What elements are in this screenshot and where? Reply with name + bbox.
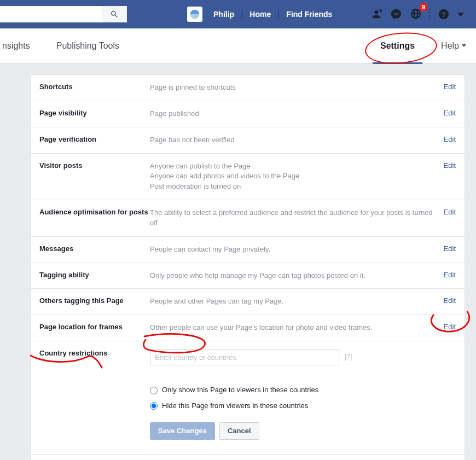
messenger-icon[interactable]: [390, 8, 402, 20]
radio-hide[interactable]: Hide this Page from viewers in these cou…: [150, 401, 449, 411]
search-input[interactable]: [0, 6, 102, 22]
search-wrap: [0, 6, 127, 22]
desc-verification: Page has not been verified: [150, 135, 444, 145]
page-avatar[interactable]: [187, 7, 202, 22]
radio-hide-input[interactable]: [150, 402, 158, 410]
row-tagging-ability: Tagging ability Only people who help man…: [31, 263, 465, 289]
country-input[interactable]: [150, 349, 339, 365]
country-restrictions-body: [?] Only show this Page to viewers in th…: [150, 349, 456, 443]
desc-location-frames: Other people can use your Page's locatio…: [150, 323, 444, 333]
account-dropdown-icon[interactable]: [457, 13, 464, 16]
divider: [429, 9, 430, 20]
friend-requests-icon[interactable]: [370, 8, 382, 20]
visitor-posts-line1: Anyone can publish to the Page: [150, 161, 437, 172]
row-page-verification: Page verification Page has not been veri…: [31, 127, 465, 154]
edit-shortcuts[interactable]: Edit: [444, 83, 456, 91]
label-tagging: Tagging ability: [39, 271, 150, 279]
tab-help[interactable]: Help: [428, 28, 476, 63]
help-label: Help: [441, 28, 459, 63]
radio-only-show[interactable]: Only show this Page to viewers in these …: [150, 385, 449, 395]
row-audience-optimisation: Audience optimisation for posts The abil…: [31, 200, 465, 237]
edit-verification[interactable]: Edit: [444, 135, 456, 143]
desc-tagging: Only people who help manage my Page can …: [150, 271, 444, 281]
desc-audience: The ability to select a preferred audien…: [150, 208, 444, 229]
radio-only-show-label: Only show this Page to viewers in these …: [162, 385, 318, 395]
search-button[interactable]: [102, 6, 127, 22]
label-verification: Page verification: [39, 135, 150, 143]
cancel-button[interactable]: Cancel: [219, 422, 259, 440]
tab-settings[interactable]: Settings: [367, 28, 428, 63]
home-link[interactable]: Home: [243, 0, 277, 28]
edit-visitor-posts[interactable]: Edit: [444, 161, 456, 170]
user-name-link[interactable]: Philip: [207, 0, 241, 28]
chevron-down-icon: [462, 44, 466, 47]
row-page-visibility: Page visibility Page published Edit: [31, 101, 465, 127]
label-others-tagging: Others tagging this Page: [39, 296, 150, 305]
top-nav-bar: Philip | Home | Find Friends 9 ?: [0, 0, 476, 28]
notification-badge: 9: [420, 3, 427, 11]
row-others-tagging: Others tagging this Page People and othe…: [31, 289, 465, 315]
desc-others-tagging: People and other Pages can tag my Page.: [150, 296, 444, 307]
label-location-frames: Page location for frames: [39, 323, 150, 331]
row-page-location-frames: Page location for frames Other people ca…: [31, 315, 465, 341]
radio-hide-label: Hide this Page from viewers in these cou…: [162, 401, 308, 411]
radio-only-show-input[interactable]: [150, 387, 158, 394]
desc-visitor-posts: Anyone can publish to the Page Anyone ca…: [150, 161, 444, 193]
label-shortcuts: Shortcuts: [39, 83, 150, 91]
settings-panel: Shortcuts Page is pinned to shortcuts Ed…: [30, 74, 465, 460]
visitor-posts-line3: Post moderation is turned on: [150, 182, 437, 192]
edit-audience[interactable]: Edit: [444, 208, 456, 216]
desc-shortcuts: Page is pinned to shortcuts: [150, 83, 444, 93]
edit-messages[interactable]: Edit: [444, 244, 456, 253]
page-tab-bar: nsights Publishing Tools Settings Help: [0, 28, 476, 63]
row-age-restrictions: Age restrictions Page is shown to everyo…: [31, 455, 465, 460]
save-changes-button[interactable]: Save Changes: [150, 422, 215, 440]
label-messages: Messages: [39, 244, 150, 253]
help-icon[interactable]: ?: [438, 8, 450, 20]
tab-insights[interactable]: nsights: [0, 28, 43, 63]
country-help[interactable]: [?]: [345, 352, 352, 362]
edit-tagging[interactable]: Edit: [444, 271, 456, 279]
label-visitor-posts: Visitor posts: [39, 161, 150, 170]
label-visibility: Page visibility: [39, 109, 150, 117]
svg-text:?: ?: [442, 10, 446, 19]
edit-location-frames[interactable]: Edit: [444, 323, 456, 331]
row-messages: Messages People can contact my Page priv…: [31, 237, 465, 263]
desc-messages: People can contact my Page privately.: [150, 244, 444, 255]
row-visitor-posts: Visitor posts Anyone can publish to the …: [31, 154, 465, 201]
find-friends-link[interactable]: Find Friends: [280, 0, 339, 28]
row-shortcuts: Shortcuts Page is pinned to shortcuts Ed…: [31, 75, 465, 101]
label-country-restrictions: Country restrictions: [39, 349, 150, 357]
desc-visibility: Page published: [150, 109, 444, 119]
search-icon: [110, 10, 119, 19]
visitor-posts-line2: Anyone can add photos and videos to the …: [150, 171, 437, 182]
row-country-restrictions: Country restrictions [?] Only show this …: [31, 341, 465, 455]
tab-publishing-tools[interactable]: Publishing Tools: [43, 28, 132, 63]
label-audience: Audience optimisation for posts: [39, 208, 150, 216]
notifications-button[interactable]: 9: [410, 8, 422, 21]
edit-others-tagging[interactable]: Edit: [444, 296, 456, 305]
edit-visibility[interactable]: Edit: [444, 109, 456, 117]
